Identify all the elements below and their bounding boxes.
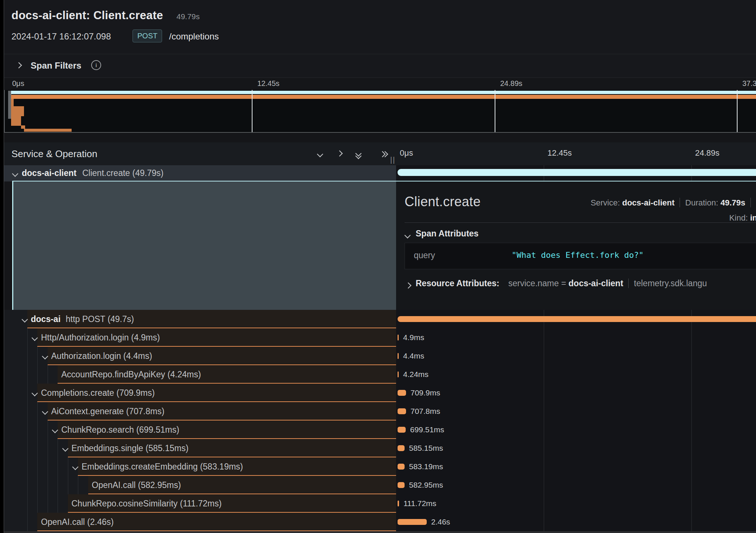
trace-minimap[interactable] xyxy=(4,90,756,133)
minimap-span-bar xyxy=(11,106,24,116)
expand-one-icon[interactable] xyxy=(337,150,343,157)
divider xyxy=(628,278,629,288)
indent-guide xyxy=(48,439,48,457)
tree-row[interactable]: Embeddings.createEmbedding (583.19ms) xyxy=(4,457,396,476)
tree-row[interactable]: Http/Authorization.login (4.9ms) xyxy=(4,328,396,347)
collapse-all-icon[interactable] xyxy=(355,152,361,157)
indent-guide xyxy=(27,476,28,494)
trace-duration: 49.79s xyxy=(176,12,200,21)
resource-attributes-header: Resource Attributes: xyxy=(416,278,499,288)
indent-guide xyxy=(58,494,58,513)
span-bar[interactable] xyxy=(398,371,399,377)
chevron-right-icon[interactable] xyxy=(16,62,22,69)
tree-row[interactable]: Completions.create (709.9ms) xyxy=(4,384,396,402)
minimap-tick-label: 37.34s xyxy=(742,79,756,88)
tree-row[interactable]: AiContext.generate (707.8ms) xyxy=(4,402,396,420)
tree-row[interactable]: Embeddings.single (585.15ms) xyxy=(4,439,396,457)
attribute-row: query "What does Effect.fork do?" xyxy=(405,243,756,269)
span-filters-label[interactable]: Span Filters xyxy=(31,60,81,71)
tree-row[interactable]: ChunkRepo.cosineSimilarity (111.72ms) xyxy=(4,494,396,513)
span-bar[interactable] xyxy=(398,519,427,525)
indent-guide xyxy=(37,402,38,420)
service-label: Service: xyxy=(591,198,620,207)
timeline-tick-label: 12.45s xyxy=(547,148,572,158)
minimap-span-bar xyxy=(11,91,756,94)
indent-guide xyxy=(48,494,48,513)
window-left-gutter xyxy=(0,0,4,533)
tree-row-selected[interactable]: docs-ai-client Client.create (49.79s) xyxy=(4,165,396,181)
resource-eq: = xyxy=(561,278,566,288)
timeline-row xyxy=(396,310,756,328)
info-icon[interactable]: i xyxy=(91,60,101,70)
span-detail-panel: Client.create Service: docs-ai-clientDur… xyxy=(396,181,756,310)
tree-row[interactable]: OpenAI.call (582.95ms) xyxy=(4,476,396,494)
indent-guide xyxy=(48,365,48,384)
timeline-row: 2.46s xyxy=(396,513,756,531)
span-duration-label: 583.19ms xyxy=(409,457,443,476)
span-bar[interactable] xyxy=(398,464,405,470)
collapse-one-icon[interactable] xyxy=(317,151,323,158)
row-service-name: docs-ai-client xyxy=(22,168,76,178)
detail-divider xyxy=(405,222,756,223)
row-label: Http/Authorization.login (4.9ms) xyxy=(41,328,160,347)
indent-rail xyxy=(4,457,78,476)
span-bar-root[interactable] xyxy=(398,169,756,176)
indent-guide xyxy=(78,476,78,494)
indent-guide xyxy=(27,384,28,402)
indent-guide xyxy=(27,402,28,420)
span-duration-label: 2.46s xyxy=(431,513,450,531)
span-bar[interactable] xyxy=(398,501,399,506)
tree-row[interactable]: OpenAI.call (2.46s) xyxy=(4,513,396,531)
resource-attributes-row[interactable]: Resource Attributes: service.name = docs… xyxy=(416,278,707,288)
expand-all-icon[interactable] xyxy=(381,151,386,156)
tree-row[interactable]: AccountRepo.findByApiKey (4.24ms) xyxy=(4,365,396,384)
row-label: docs-aihttp POST (49.7s) xyxy=(31,310,134,328)
span-bar[interactable] xyxy=(398,482,405,488)
attribute-key: query xyxy=(414,250,435,260)
span-bar[interactable] xyxy=(398,353,399,359)
minimap-gridline xyxy=(737,90,738,132)
timeline-row: 4.24ms xyxy=(396,365,756,384)
timeline-tick-label: 24.89s xyxy=(695,148,719,158)
indent-rail xyxy=(4,402,48,420)
indent-guide xyxy=(27,494,28,513)
row-label: OpenAI.call (2.46s) xyxy=(41,513,114,531)
row-label: OpenAI.call (582.95ms) xyxy=(92,476,181,494)
duration-value: 49.79s xyxy=(721,198,745,207)
row-label: Authorization.login (4.4ms) xyxy=(51,347,152,365)
span-duration-label: 709.9ms xyxy=(410,384,440,402)
span-bar[interactable] xyxy=(398,316,756,322)
tree-row[interactable]: ChunkRepo.search (699.51ms) xyxy=(4,420,396,439)
indent-guide xyxy=(48,476,48,494)
indent-rail xyxy=(4,513,37,531)
timeline-row: 4.4ms xyxy=(396,347,756,365)
span-tree: docs-aihttp POST (49.7s)Http/Authorizati… xyxy=(4,310,396,533)
chevron-down-icon[interactable] xyxy=(405,232,411,239)
span-bar[interactable] xyxy=(398,445,405,451)
indent-guide xyxy=(37,365,38,384)
chevron-right-icon[interactable] xyxy=(405,283,412,289)
span-duration-label: 111.72ms xyxy=(403,494,436,513)
bottom-clip-strip xyxy=(4,531,756,533)
span-bar[interactable] xyxy=(398,427,406,433)
tree-row[interactable]: Authorization.login (4.4ms) xyxy=(4,347,396,365)
span-bar[interactable] xyxy=(398,408,406,414)
span-bar[interactable] xyxy=(398,335,399,340)
chevron-down-icon[interactable] xyxy=(12,171,18,177)
indent-guide xyxy=(58,476,58,494)
panel-resize-handle[interactable]: || xyxy=(390,156,395,164)
indent-guide xyxy=(27,328,28,347)
kind-value: inte xyxy=(750,213,756,222)
span-attributes-header[interactable]: Span Attributes xyxy=(416,229,478,239)
divider xyxy=(750,198,751,207)
indent-guide xyxy=(37,457,38,476)
tree-row[interactable]: docs-aihttp POST (49.7s) xyxy=(4,310,396,328)
page-title: docs-ai-client: Client.create xyxy=(11,9,163,22)
table-header: Service & Operation || 0μs12.45s24.89s xyxy=(4,142,756,166)
span-duration-label: 4.9ms xyxy=(403,328,424,347)
row-label: AccountRepo.findByApiKey (4.24ms) xyxy=(61,365,201,384)
minimap-span-bar xyxy=(11,99,14,106)
indent-guide xyxy=(48,457,48,476)
request-path: /completions xyxy=(169,31,219,42)
span-bar[interactable] xyxy=(398,390,406,396)
